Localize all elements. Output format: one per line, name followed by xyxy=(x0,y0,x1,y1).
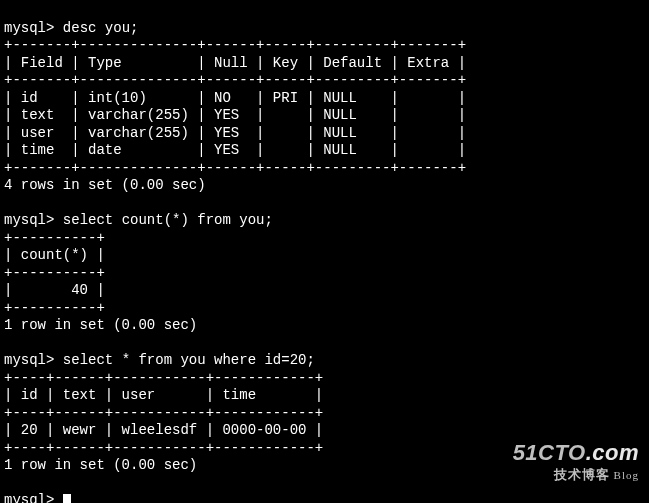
table-row: | time | date | YES | | NULL | | xyxy=(4,142,466,158)
table-border: +----------+ xyxy=(4,265,105,281)
table-border: +-------+--------------+------+-----+---… xyxy=(4,160,466,176)
mysql-prompt: mysql> xyxy=(4,20,54,36)
table-border: +----+------+-----------+------------+ xyxy=(4,370,323,386)
mysql-prompt: mysql> xyxy=(4,212,54,228)
result-summary: 4 rows in set (0.00 sec) xyxy=(4,177,206,193)
table-border: +----------+ xyxy=(4,230,105,246)
table-header-row: | Field | Type | Null | Key | Default | … xyxy=(4,55,466,71)
mysql-prompt: mysql> xyxy=(4,352,54,368)
table-border: +-------+--------------+------+-----+---… xyxy=(4,37,466,53)
cursor xyxy=(63,494,71,503)
sql-command-count: select count(*) from you; xyxy=(63,212,273,228)
table-border: +-------+--------------+------+-----+---… xyxy=(4,72,466,88)
table-row: | text | varchar(255) | YES | | NULL | | xyxy=(4,107,466,123)
sql-command-select: select * from you where id=20; xyxy=(63,352,315,368)
table-border: +----+------+-----------+------------+ xyxy=(4,440,323,456)
sql-command-desc: desc you; xyxy=(63,20,139,36)
table-border: +----------+ xyxy=(4,300,105,316)
table-row: | 40 | xyxy=(4,282,105,298)
table-header-row: | count(*) | xyxy=(4,247,105,263)
result-summary: 1 row in set (0.00 sec) xyxy=(4,317,197,333)
table-border: +----+------+-----------+------------+ xyxy=(4,405,323,421)
table-row: | id | int(10) | NO | PRI | NULL | | xyxy=(4,90,466,106)
table-header-row: | id | text | user | time | xyxy=(4,387,323,403)
result-summary: 1 row in set (0.00 sec) xyxy=(4,457,197,473)
mysql-prompt: mysql> xyxy=(4,492,54,503)
table-row: | 20 | wewr | wleelesdf | 0000-00-00 | xyxy=(4,422,323,438)
mysql-terminal[interactable]: mysql> desc you; +-------+--------------… xyxy=(0,0,649,503)
table-row: | user | varchar(255) | YES | | NULL | | xyxy=(4,125,466,141)
